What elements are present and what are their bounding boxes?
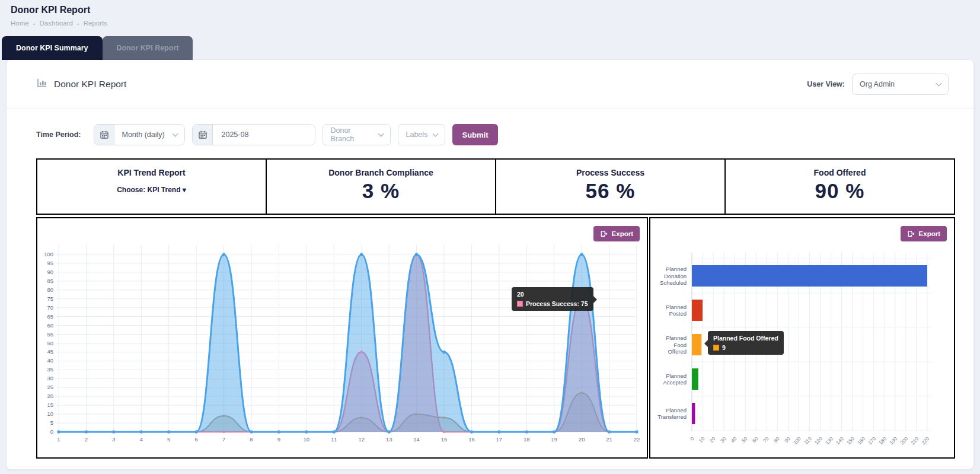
kpi-trend-chart-panel: Export 123456789101112131415161718192021… [36,217,648,459]
data-point[interactable] [497,430,500,433]
breadcrumb-reports[interactable]: Reports [84,20,107,27]
data-point[interactable] [360,416,363,419]
x-tick-label: 14 [413,436,420,443]
trend-tooltip: 20 Process Success: 75 [512,287,593,311]
bar-4[interactable] [692,403,695,424]
kpi-value: 90 % [726,179,954,203]
x-tick-label: 20 [708,435,717,444]
y-tick-label: 30 [47,375,53,381]
y-tick-label: 75 [47,295,53,302]
category-label: Posted [669,310,687,317]
x-tick-label: 21 [606,436,612,443]
data-point[interactable] [140,430,143,433]
data-point[interactable] [525,430,528,433]
x-tick-label: 7 [222,436,225,443]
period-type-select[interactable]: Month (daily) [114,125,184,145]
data-point[interactable] [443,416,445,419]
data-point[interactable] [415,253,418,256]
data-point[interactable] [470,430,473,433]
period-value-input[interactable] [220,130,308,139]
x-tick-label: 70 [762,435,770,444]
x-tick-label: 17 [496,436,503,443]
data-point[interactable] [635,430,638,433]
tab-donor-kpi-summary[interactable]: Donor KPI Summary [2,36,103,60]
x-tick-label: 19 [551,436,557,443]
export-button[interactable]: Export [593,226,640,241]
breadcrumb-separator: - [77,20,79,27]
data-point[interactable] [57,430,60,433]
bar-tooltip: Planned Food Offered 9 [708,331,784,355]
donor-branch-placeholder: Donor Branch [330,126,373,143]
data-point[interactable] [194,430,197,433]
page-header: Donor KPI Report Home - Dashboard - Repo… [0,0,980,27]
caret-down-icon: ▾ [183,186,186,194]
data-point[interactable] [85,430,88,433]
user-view-select[interactable]: Org Admin [852,74,949,95]
data-point[interactable] [580,253,583,256]
x-tick-label: 210 [909,435,920,446]
y-tick-label: 45 [47,348,53,355]
data-point[interactable] [608,430,611,433]
breadcrumb-home[interactable]: Home [11,20,29,27]
data-point[interactable] [222,431,225,433]
bar-tooltip-value: 9 [722,344,726,351]
y-tick-label: 35 [47,366,53,373]
y-tick-label: 50 [47,340,53,346]
data-point[interactable] [553,430,556,433]
x-tick-label: 10 [698,435,706,444]
data-point[interactable] [167,430,170,433]
donor-branch-select[interactable]: Donor Branch [323,124,391,145]
planned-horizontal-bar-chart[interactable]: 0102030405060708090100110120130140150160… [650,218,954,457]
kpi-trend-line-chart[interactable]: 1234567891011121314151617181920212205101… [37,218,647,457]
category-label: Planned [666,335,687,341]
x-tick-label: 2 [85,436,88,443]
data-point[interactable] [222,253,225,256]
card-header: Donor KPI Report User View: Org Admin [7,60,973,109]
category-label: Planned [666,407,687,413]
category-label: Transferred [657,413,687,420]
export-button[interactable]: Export [901,226,947,241]
kpi-title: Donor Branch Compliance [267,168,495,177]
x-tick-label: 8 [250,436,253,443]
category-label: Offered [668,348,687,355]
bar-3[interactable] [692,368,698,390]
export-icon [600,230,608,237]
labels-select[interactable]: Labels [398,124,445,145]
data-point[interactable] [360,351,363,353]
data-point[interactable] [415,413,417,415]
data-point[interactable] [443,431,445,433]
data-point[interactable] [305,430,308,433]
data-point[interactable] [112,430,115,433]
kpi-trend-dropdown-label: Choose: KPI Trend [117,186,180,194]
kpi-row: KPI Trend Report Choose: KPI Trend ▾ Don… [36,158,955,215]
kpi-title: Process Success [496,168,724,177]
x-tick-label: 140 [835,435,845,446]
breadcrumb-dashboard[interactable]: Dashboard [40,20,73,27]
kpi-trend-dropdown[interactable]: Choose: KPI Trend ▾ [37,186,266,194]
y-tick-label: 0 [50,428,53,435]
tab-donor-kpi-report[interactable]: Donor KPI Report [103,36,193,60]
bar-2[interactable] [692,334,701,355]
x-tick-label: 110 [803,435,813,446]
data-point[interactable] [250,430,253,433]
data-point[interactable] [222,415,225,417]
data-point[interactable] [277,430,280,433]
category-label: Donation [664,273,687,279]
kpi-title: KPI Trend Report [37,168,266,177]
bar-1[interactable] [692,300,703,321]
data-point[interactable] [580,392,583,394]
data-point[interactable] [387,430,390,433]
data-point[interactable] [360,253,363,256]
y-tick-label: 65 [47,313,53,320]
data-point[interactable] [333,430,336,433]
y-tick-label: 15 [47,402,53,408]
submit-button[interactable]: Submit [452,124,497,145]
trend-tooltip-title: 20 [517,291,588,298]
bar-0[interactable] [692,265,927,287]
x-tick-label: 90 [783,435,791,444]
filter-row: Time Period: Month (daily) Donor Branch … [7,109,973,157]
x-tick-label: 6 [194,436,197,443]
data-point[interactable] [442,351,445,354]
export-button-label: Export [919,230,940,237]
card-title: Donor KPI Report [54,79,126,90]
